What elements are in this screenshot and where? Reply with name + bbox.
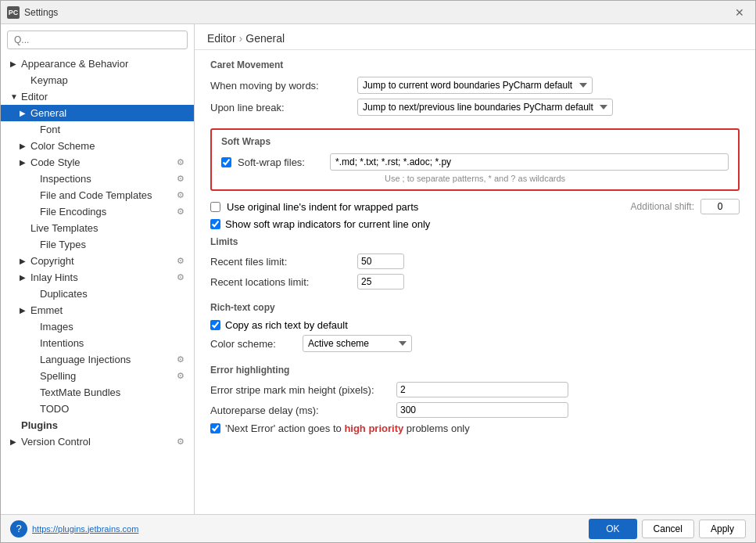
- settings-icon: ⚙: [177, 354, 188, 365]
- color-scheme-label: Color scheme:: [210, 338, 296, 350]
- settings-icon: ⚙: [177, 256, 188, 267]
- sidebar-item-version-control[interactable]: ▶ Version Control ⚙: [1, 433, 194, 450]
- arrow-icon: ▶: [20, 273, 29, 282]
- caret-movement-section: Caret Movement When moving by words: Jum…: [210, 59, 740, 116]
- arrow-icon: ▼: [10, 92, 20, 101]
- sidebar-item-textmate-bundles[interactable]: TextMate Bundles: [1, 384, 194, 401]
- soft-wrap-files-input[interactable]: [330, 153, 729, 171]
- sidebar-item-plugins[interactable]: Plugins: [1, 417, 194, 433]
- soft-wrap-hint: Use ; to separate patterns, * and ? as w…: [221, 174, 729, 183]
- settings-icon: ⚙: [177, 174, 188, 185]
- autoreparse-input[interactable]: [396, 402, 568, 418]
- apply-button[interactable]: Apply: [699, 520, 746, 538]
- show-indicators-checkbox[interactable]: [210, 219, 220, 229]
- sidebar-item-keymap[interactable]: Keymap: [1, 72, 194, 88]
- sidebar-item-images[interactable]: Images: [1, 318, 194, 335]
- settings-icon: ⚙: [177, 207, 188, 218]
- close-button[interactable]: ✕: [730, 5, 749, 20]
- upon-line-break-row: Upon line break: Jump to next/previous l…: [210, 99, 740, 116]
- show-indicators-row: Show soft wrap indicators for current li…: [210, 218, 740, 230]
- sidebar-item-emmet[interactable]: ▶ Emmet: [1, 302, 194, 318]
- sidebar-item-live-templates[interactable]: Live Templates: [1, 220, 194, 236]
- sidebar-item-file-types[interactable]: File Types: [1, 236, 194, 253]
- sidebar-item-intentions[interactable]: Intentions: [1, 335, 194, 351]
- sidebar-item-general[interactable]: ▶ General: [1, 105, 194, 121]
- upon-line-break-label: Upon line break:: [210, 102, 351, 113]
- content-body: Caret Movement When moving by words: Jum…: [195, 50, 755, 514]
- use-original-indent-label: Use original line's indent for wrapped p…: [227, 201, 418, 213]
- error-highlighting-section: Error highlighting Error stripe mark min…: [210, 365, 740, 434]
- sidebar-item-inlay-hints[interactable]: ▶ Inlay Hints ⚙: [1, 269, 194, 286]
- arrow-icon: ▶: [10, 437, 20, 446]
- recent-locations-input[interactable]: [357, 274, 404, 289]
- color-scheme-row: Color scheme: Active scheme: [210, 335, 740, 352]
- breadcrumb: Editor › General: [207, 32, 743, 45]
- sidebar-item-inspections[interactable]: Inspections ⚙: [1, 171, 194, 187]
- copy-as-rich-checkbox[interactable]: [210, 320, 220, 330]
- cancel-button[interactable]: Cancel: [642, 520, 694, 538]
- arrow-icon: ▶: [10, 59, 20, 68]
- settings-icon: ⚙: [177, 190, 188, 201]
- settings-icon: ⚙: [177, 272, 188, 283]
- color-scheme-select[interactable]: Active scheme: [303, 335, 412, 352]
- caret-movement-title: Caret Movement: [210, 59, 740, 70]
- sidebar-item-duplicates[interactable]: Duplicates: [1, 286, 194, 302]
- when-moving-row: When moving by words: Jump to current wo…: [210, 77, 740, 94]
- recent-files-input[interactable]: [357, 254, 404, 269]
- rich-text-title: Rich-text copy: [210, 302, 740, 313]
- when-moving-label: When moving by words:: [210, 80, 351, 92]
- autoreparse-row: Autoreparse delay (ms):: [210, 402, 740, 418]
- footer: ? https://plugins.jetbrains.com OK Cance…: [1, 514, 755, 542]
- next-error-checkbox[interactable]: [210, 423, 220, 433]
- window-title: Settings: [24, 7, 730, 18]
- settings-window: PC Settings ✕ ▶ Appearance & Behavior Ke…: [0, 0, 756, 543]
- arrow-icon: ▶: [20, 306, 29, 315]
- recent-files-label: Recent files limit:: [210, 256, 351, 268]
- wrapped-parts-section: Use original line's indent for wrapped p…: [210, 199, 740, 230]
- content-area: Editor › General Caret Movement When mov…: [195, 24, 755, 514]
- soft-wrap-files-label: Soft-wrap files:: [238, 156, 324, 168]
- sidebar-item-code-style[interactable]: ▶ Code Style ⚙: [1, 154, 194, 171]
- app-icon: PC: [7, 6, 20, 19]
- stripe-mark-label: Error stripe mark min height (pixels):: [210, 384, 390, 396]
- ok-button[interactable]: OK: [589, 519, 636, 539]
- sidebar-item-file-encodings[interactable]: File Encodings ⚙: [1, 203, 194, 220]
- sidebar-item-todo[interactable]: TODO: [1, 401, 194, 417]
- arrow-icon: ▶: [20, 257, 29, 265]
- when-moving-select[interactable]: Jump to current word boundaries PyCharm …: [357, 77, 593, 94]
- settings-icon: ⚙: [177, 157, 188, 168]
- settings-icon: ⚙: [177, 437, 188, 448]
- autoreparse-label: Autoreparse delay (ms):: [210, 405, 390, 416]
- sidebar: ▶ Appearance & Behavior Keymap ▼ Editor …: [1, 24, 195, 514]
- sidebar-item-language-injections[interactable]: Language Injections ⚙: [1, 351, 194, 368]
- sidebar-item-font[interactable]: Font: [1, 121, 194, 138]
- recent-locations-row: Recent locations limit:: [210, 274, 740, 289]
- search-input[interactable]: [7, 31, 188, 49]
- soft-wraps-section: Soft Wraps Soft-wrap files: Use ; to sep…: [210, 128, 740, 191]
- sidebar-item-color-scheme[interactable]: ▶ Color Scheme: [1, 138, 194, 154]
- sidebar-item-file-code-templates[interactable]: File and Code Templates ⚙: [1, 187, 194, 203]
- sidebar-item-spelling[interactable]: Spelling ⚙: [1, 368, 194, 384]
- use-original-indent-checkbox[interactable]: [210, 202, 220, 212]
- sidebar-item-appearance[interactable]: ▶ Appearance & Behavior: [1, 56, 194, 72]
- sidebar-item-copyright[interactable]: ▶ Copyright ⚙: [1, 253, 194, 269]
- additional-shift-input[interactable]: [700, 199, 740, 214]
- help-button[interactable]: ?: [10, 520, 27, 538]
- show-indicators-label: Show soft wrap indicators for current li…: [225, 218, 430, 230]
- breadcrumb-separator: ›: [239, 32, 243, 45]
- content-header: Editor › General: [195, 24, 755, 50]
- sidebar-item-editor[interactable]: ▼ Editor: [1, 88, 194, 105]
- upon-line-break-select[interactable]: Jump to next/previous line boundaries Py…: [357, 99, 613, 116]
- use-original-indent-row: Use original line's indent for wrapped p…: [210, 199, 740, 214]
- arrow-icon: ▶: [20, 109, 29, 117]
- rich-text-section: Rich-text copy Copy as rich text by defa…: [210, 302, 740, 352]
- recent-files-row: Recent files limit:: [210, 254, 740, 269]
- recent-locations-label: Recent locations limit:: [210, 276, 351, 288]
- error-highlighting-title: Error highlighting: [210, 365, 740, 376]
- limits-section: Limits Recent files limit: Recent locati…: [210, 236, 740, 289]
- next-error-label: 'Next Error' action goes to high priorit…: [225, 423, 470, 434]
- soft-wrap-checkbox[interactable]: [221, 157, 231, 167]
- arrow-icon: ▶: [20, 142, 29, 150]
- footer-link[interactable]: https://plugins.jetbrains.com: [32, 524, 584, 534]
- stripe-mark-input[interactable]: [396, 382, 568, 397]
